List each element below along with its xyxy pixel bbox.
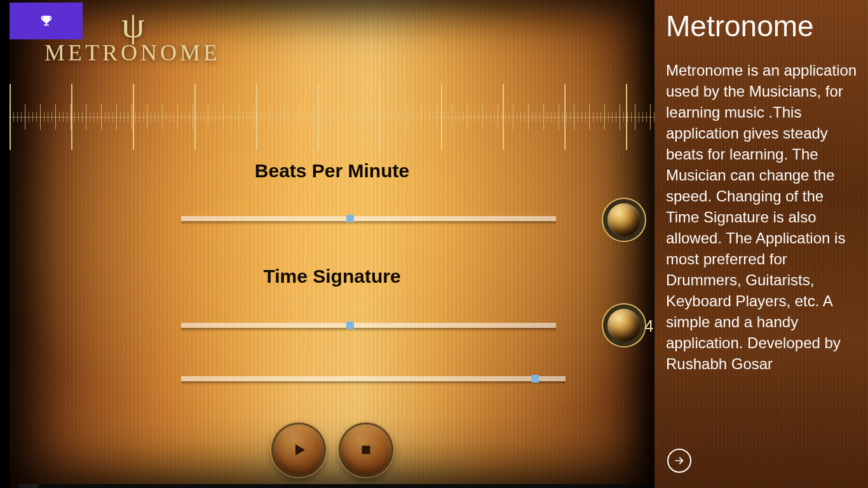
bpm-label: Beats Per Minute (10, 160, 654, 182)
time-signature-slider-top[interactable] (181, 322, 556, 329)
info-description: Metronome is an application used by the … (666, 60, 859, 374)
bpm-slider[interactable] (181, 215, 556, 222)
time-signature-knob[interactable]: 4 (607, 309, 641, 342)
info-panel: Metronome Metronome is an application us… (654, 0, 868, 488)
play-icon (289, 440, 308, 459)
next-button[interactable] (667, 449, 691, 473)
horizontal-scrollbar[interactable] (19, 484, 664, 488)
ts-slider-bottom-thumb[interactable] (531, 375, 539, 383)
svg-rect-0 (362, 446, 370, 454)
tempo-ruler (10, 79, 654, 155)
time-signature-value: 4 (644, 316, 653, 336)
bpm-slider-thumb[interactable] (346, 215, 354, 222)
trophy-icon (39, 14, 53, 28)
stop-icon (358, 442, 374, 458)
stop-button[interactable] (341, 424, 391, 475)
main-panel: ψ METRONOME Beats Per Minute Time Signat… (10, 0, 654, 488)
info-title: Metronome (666, 9, 859, 43)
bpm-knob[interactable] (607, 203, 641, 236)
app-title: METRONOME (44, 39, 220, 66)
transport-controls (10, 424, 654, 475)
time-signature-label: Time Signature (10, 266, 654, 287)
arrow-right-icon (673, 454, 686, 467)
play-button[interactable] (273, 424, 324, 475)
time-signature-slider-bottom[interactable] (181, 375, 566, 383)
achievements-button[interactable] (10, 3, 83, 39)
ts-slider-top-thumb[interactable] (346, 322, 354, 329)
